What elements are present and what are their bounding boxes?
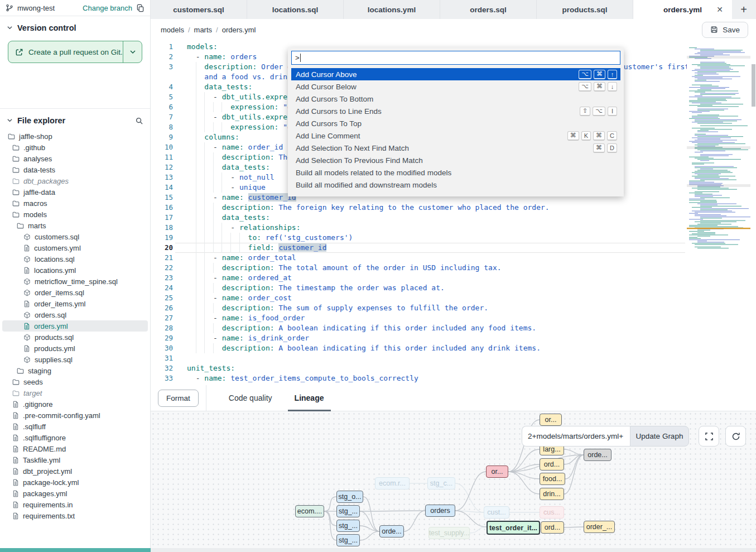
change-branch-link[interactable]: Change branch [83,4,132,12]
tree-item-macros[interactable]: macros [2,198,148,209]
scrollbar-thumb[interactable] [752,64,755,107]
lineage-node-food[interactable]: food... [540,473,565,485]
lineage-node-orde_gray[interactable]: orde... [584,449,611,461]
tree-item--github[interactable]: .github [2,142,148,153]
lineage-node-stg_o[interactable]: stg_o... [336,491,363,503]
tab-locations-yml[interactable]: locations.yml [344,0,440,19]
lineage-node-or_pink[interactable]: or... [486,465,508,478]
format-button[interactable]: Format [158,390,199,407]
code-editor[interactable]: 1models:2 - name: orders3 description: O… [151,40,756,385]
copy-branch-icon[interactable] [136,4,145,12]
refresh-button[interactable] [725,426,746,447]
tab-customers-sql[interactable]: customers.sql [151,0,247,19]
tree-item-packages-yml[interactable]: packages.yml [2,488,148,499]
command-item-add-line-comment[interactable]: Add Line Comment⌘K⌘C [291,129,620,142]
tree-item-data-tests[interactable]: data-tests [2,164,148,175]
tree-item-taskfile-yml[interactable]: Taskfile.yml [2,454,148,465]
code-line[interactable]: 22 description: The total amount of the … [151,263,756,273]
tree-item-requirements-txt[interactable]: requirements.txt [2,510,148,521]
code-line[interactable]: 17 data_tests: [151,213,756,223]
save-button[interactable]: Save [702,22,748,38]
code-line[interactable]: 32unit_tests: [151,363,756,373]
code-line[interactable]: 23 - name: ordered_at [151,273,756,283]
command-item-build-all-modified-and-downstream-models[interactable]: Build all modified and downstream models [291,179,620,191]
command-item-build-all-models-related-to-the-modified-models[interactable]: Build all models related to the modified… [291,166,620,179]
tree-item-dbt-project-yml[interactable]: dbt_project.yml [2,465,148,477]
code-line[interactable]: 27 - name: is_food_order [151,313,756,323]
tab-products-sql[interactable]: products.sql [537,0,633,19]
tree-item-jaffle-data[interactable]: jaffle-data [2,186,148,198]
code-line[interactable]: 26 description: The sum of supply expens… [151,303,756,313]
lineage-node-ord2[interactable]: ord... [541,521,564,534]
command-item-add-selection-to-next-find-match[interactable]: Add Selection To Next Find Match⌘D [291,142,620,154]
code-line[interactable]: 28 description: A boolean indicating if … [151,323,756,333]
breadcrumb-item[interactable]: orders.yml [222,26,256,34]
tree-item--gitignore[interactable]: .gitignore [2,399,148,410]
code-line[interactable]: 18 - relationships: [151,223,756,233]
tab-orders-yml[interactable]: orders.yml✕ [633,0,732,19]
tree-item--sqlfluff[interactable]: .sqlfluff [2,421,148,432]
lineage-node-stg_3[interactable]: stg_... [336,534,360,546]
code-line[interactable]: 21 - name: order_total [151,253,756,263]
lineage-node-tsup[interactable]: test_supply... [428,527,470,539]
lineage-node-ord1[interactable]: ord... [540,458,564,471]
code-line[interactable]: 16 description: The foreign key relating… [151,203,756,213]
tree-item-customers-sql[interactable]: customers.sql [2,231,148,242]
tree-item-marts[interactable]: marts [2,220,148,231]
create-pr-button[interactable]: Create a pull request on Git... [8,41,142,63]
tree-item-dbt-packages[interactable]: dbt_packages [2,175,148,186]
tree-item-locations-yml[interactable]: locations.yml [2,265,148,276]
code-line[interactable]: 30 description: A boolean indicating if … [151,343,756,353]
code-line[interactable]: 20 field: customer_id [151,243,756,253]
code-line[interactable]: 19 to: ref('stg_customers') [151,233,756,243]
tree-item-products-yml[interactable]: products.yml [2,343,148,354]
update-graph-button[interactable]: Update Graph [630,426,689,447]
editor-scrollbar[interactable] [751,40,755,385]
command-item-add-selection-to-previous-find-match[interactable]: Add Selection To Previous Find Match [291,154,620,166]
close-tab-icon[interactable]: ✕ [716,5,723,14]
lineage-node-cus_f[interactable]: cus... [540,506,564,519]
panel-tab-code-quality[interactable]: Code quality [229,385,272,411]
tree-item-target[interactable]: target [2,387,148,399]
code-line[interactable]: 33 - name: test_order_items_compute_to_b… [151,373,756,383]
file-explorer-header[interactable]: File explorer [0,109,150,128]
lineage-node-or_top[interactable]: or... [540,414,562,426]
tree-item-package-lock-yml[interactable]: package-lock.yml [2,477,148,488]
tree-item-orders-sql[interactable]: orders.sql [2,309,148,320]
panel-tab-lineage[interactable]: Lineage [295,385,324,411]
create-pr-main[interactable]: Create a pull request on Git... [8,41,123,63]
tree-item-supplies-sql[interactable]: supplies.sql [2,354,148,365]
lineage-node-cust_f[interactable]: cust... [484,506,509,519]
lineage-node-stg_2[interactable]: stg_... [336,520,360,532]
tree-item-customers-yml[interactable]: customers.yml [2,242,148,253]
code-line[interactable]: 25 - name: order_cost [151,293,756,303]
tree-item-order-items-yml[interactable]: order_items.yml [2,298,148,309]
tree-item-models[interactable]: models [2,209,148,220]
command-palette-input[interactable]: > [291,51,620,65]
tree-item-requirements-in[interactable]: requirements.in [2,499,148,510]
tree-item-orders-yml[interactable]: orders.yml [2,320,148,332]
code-line[interactable]: 29 - name: is_drink_order [151,333,756,343]
tree-item--pre-commit-config-yaml[interactable]: .pre-commit-config.yaml [2,410,148,421]
tab-locations-sql[interactable]: locations.sql [247,0,344,19]
tab-orders-sql[interactable]: orders.sql [440,0,537,19]
lineage-selector-input[interactable]: 2+models/marts/orders.yml+ [522,426,630,447]
tree-item-order-items-sql[interactable]: order_items.sql [2,287,148,298]
code-line[interactable]: 24 description: The timestamp the order … [151,283,756,293]
lineage-node-orde_mid[interactable]: orde... [379,525,404,537]
tree-item-jaffle-shop[interactable]: jaffle-shop [2,131,148,142]
tree-item-staging[interactable]: staging [2,365,148,376]
breadcrumb-item[interactable]: models [161,26,184,34]
create-pr-dropdown[interactable] [123,41,142,63]
minimap[interactable] [687,46,750,257]
lineage-node-test_order[interactable]: test_order_it... [487,521,540,535]
tree-item-locations-sql[interactable]: locations.sql [2,253,148,265]
tree-item-seeds[interactable]: seeds [2,376,148,387]
command-item-add-cursor-below[interactable]: Add Cursor Below⌥⌘↓ [291,80,620,93]
tree-item-analyses[interactable]: analyses [2,153,148,164]
tree-item-readme-md[interactable]: README.md [2,443,148,454]
lineage-node-order3[interactable]: order_... [584,521,615,533]
lineage-node-orders[interactable]: orders [425,505,455,517]
lineage-node-ecom[interactable]: ecom.... [295,505,324,517]
tree-item--sqlfluffignore[interactable]: .sqlfluffignore [2,432,148,443]
